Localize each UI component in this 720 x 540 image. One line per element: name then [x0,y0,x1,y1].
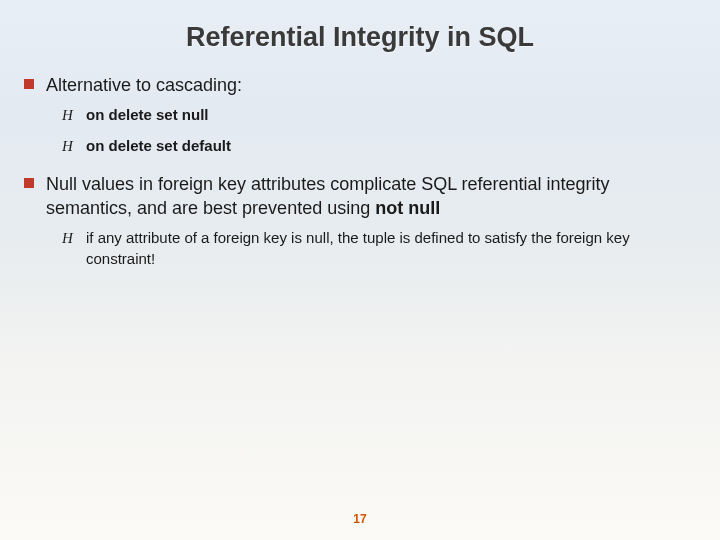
square-bullet-icon [24,79,34,89]
slide-title: Referential Integrity in SQL [0,0,720,67]
text-run-bold: not null [375,198,440,218]
bullet-text: Alternative to cascading: [46,73,242,97]
script-bullet-icon: H [62,229,76,247]
bullet-level1: Null values in foreign key attributes co… [24,172,696,221]
script-bullet-icon: H [62,137,76,155]
bullet-level1: Alternative to cascading: [24,73,696,97]
bullet-text: if any attribute of a foreign key is nul… [86,228,696,269]
text-run: Null values in foreign key attributes co… [46,174,610,218]
bullet-level2: H on delete set null [62,105,696,125]
bullet-level2: H if any attribute of a foreign key is n… [62,228,696,269]
square-bullet-icon [24,178,34,188]
slide-content: Alternative to cascading: H on delete se… [0,67,720,269]
bullet-level2: H on delete set default [62,136,696,156]
script-bullet-icon: H [62,106,76,124]
page-number: 17 [0,512,720,526]
slide: Referential Integrity in SQL Alternative… [0,0,720,540]
bullet-text: Null values in foreign key attributes co… [46,172,696,221]
bullet-text: on delete set null [86,105,209,125]
bullet-text: on delete set default [86,136,231,156]
